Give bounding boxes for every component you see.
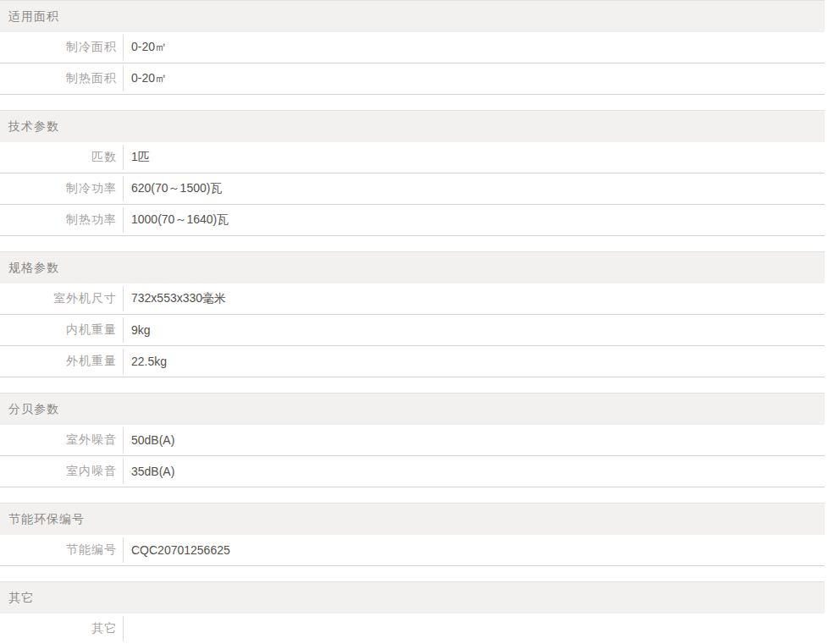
table-row: 室外机尺寸 732x553x330毫米 [0, 283, 825, 315]
table-row: 内机重量 9kg [0, 315, 825, 346]
row-label: 制冷面积 [0, 32, 123, 63]
table-row: 室外噪音 50dB(A) [0, 425, 825, 456]
row-label: 室外机尺寸 [0, 283, 123, 314]
row-label: 其它 [0, 614, 123, 644]
row-value: 0-20㎡ [123, 66, 825, 91]
section-header: 其它 [0, 581, 825, 614]
row-label: 制热面积 [0, 63, 123, 94]
section-header: 适用面积 [0, 0, 825, 32]
section-rows: 室外噪音 50dB(A) 室内噪音 35dB(A) [0, 425, 825, 487]
table-row: 室内噪音 35dB(A) [0, 456, 825, 487]
section-rows: 制冷面积 0-20㎡ 制热面积 0-20㎡ [0, 32, 825, 95]
row-value: 1匹 [123, 145, 825, 170]
row-label: 匹数 [0, 142, 123, 173]
spec-section: 技术参数 匹数 1匹 制冷功率 620(70～1500)瓦 制热功率 1000(… [0, 110, 825, 236]
product-spec-table: 适用面积 制冷面积 0-20㎡ 制热面积 0-20㎡ 技术参数 匹数 1匹 制冷… [0, 0, 825, 644]
spec-section: 适用面积 制冷面积 0-20㎡ 制热面积 0-20㎡ [0, 0, 825, 95]
row-label: 外机重量 [0, 346, 123, 377]
section-title: 分贝参数 [8, 402, 59, 417]
table-row: 制冷功率 620(70～1500)瓦 [0, 173, 825, 205]
table-row: 其它 [0, 614, 825, 644]
row-label: 室内噪音 [0, 456, 123, 487]
section-rows: 匹数 1匹 制冷功率 620(70～1500)瓦 制热功率 1000(70～16… [0, 142, 825, 236]
row-value: 0-20㎡ [123, 35, 825, 60]
row-label: 室外噪音 [0, 425, 123, 455]
row-value: 620(70～1500)瓦 [123, 176, 825, 201]
table-row: 制热功率 1000(70～1640)瓦 [0, 205, 825, 236]
section-rows: 室外机尺寸 732x553x330毫米 内机重量 9kg 外机重量 22.5kg [0, 283, 825, 377]
section-header: 规格参数 [0, 251, 825, 283]
table-row: 制热面积 0-20㎡ [0, 63, 825, 95]
spec-section: 节能环保编号 节能编号 CQC20701256625 [0, 503, 825, 566]
row-value: 732x553x330毫米 [123, 286, 825, 311]
row-value: CQC20701256625 [123, 537, 825, 563]
section-title: 节能环保编号 [8, 512, 85, 527]
row-value: 1000(70～1640)瓦 [123, 207, 825, 233]
section-header: 分贝参数 [0, 393, 825, 425]
table-row: 制冷面积 0-20㎡ [0, 32, 825, 63]
section-title: 规格参数 [8, 261, 59, 276]
row-label: 制冷功率 [0, 173, 123, 204]
spec-section: 规格参数 室外机尺寸 732x553x330毫米 内机重量 9kg 外机重量 2… [0, 251, 825, 377]
section-header: 节能环保编号 [0, 503, 825, 535]
section-header: 技术参数 [0, 110, 825, 142]
row-label: 内机重量 [0, 315, 123, 345]
row-value: 9kg [123, 317, 825, 343]
row-value: 50dB(A) [123, 427, 825, 453]
section-title: 适用面积 [8, 9, 59, 25]
section-title: 技术参数 [8, 119, 59, 135]
row-value [123, 616, 825, 641]
section-rows: 其它 [0, 614, 825, 644]
section-title: 其它 [8, 591, 34, 606]
table-row: 匹数 1匹 [0, 142, 825, 173]
row-value: 35dB(A) [123, 459, 825, 484]
row-label: 制热功率 [0, 205, 123, 235]
table-row: 节能编号 CQC20701256625 [0, 535, 825, 566]
spec-section: 其它 其它 [0, 581, 825, 644]
section-rows: 节能编号 CQC20701256625 [0, 535, 825, 566]
row-label: 节能编号 [0, 535, 123, 565]
table-row: 外机重量 22.5kg [0, 346, 825, 377]
spec-section: 分贝参数 室外噪音 50dB(A) 室内噪音 35dB(A) [0, 393, 825, 487]
row-value: 22.5kg [123, 349, 825, 374]
